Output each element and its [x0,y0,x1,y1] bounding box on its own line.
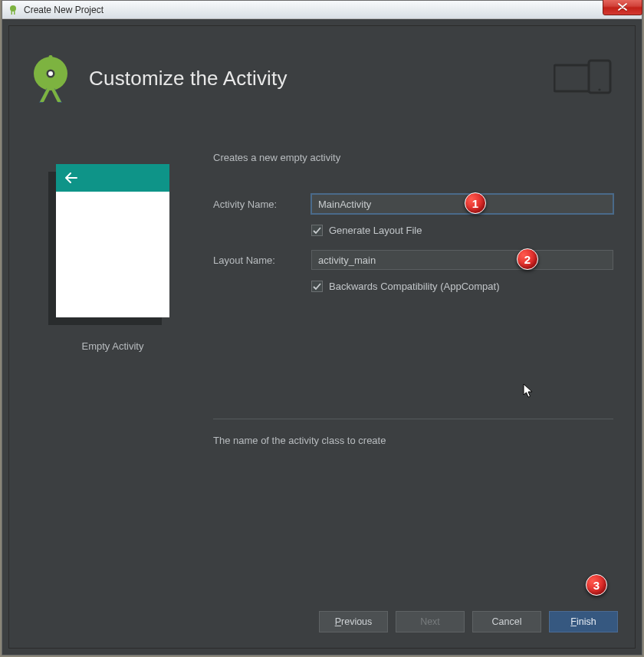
wizard-panel: Customize the Activity [8,25,636,649]
svg-point-9 [598,88,600,90]
back-arrow-icon [65,172,77,183]
close-icon [618,3,627,11]
field-hint: The name of the activity class to create [213,435,613,446]
checkmark-icon [313,283,321,291]
svg-rect-1 [12,11,13,15]
preview-column: Empty Activity [31,152,195,600]
activity-preview [56,164,169,317]
checkmark-icon [313,227,321,235]
backcompat-label: Backwards Compatibility (AppCompat) [329,281,500,292]
svg-rect-2 [14,11,15,15]
activity-name-row: Activity Name: 1 [213,194,613,214]
layout-name-row: Layout Name: 2 [213,250,613,270]
preview-label: Empty Activity [82,340,144,352]
previous-button[interactable]: Previous [319,611,388,632]
header-left: Customize the Activity [26,54,288,103]
layout-name-label: Layout Name: [213,255,311,266]
finish-button-rest: inish [577,616,596,627]
svg-rect-8 [589,61,610,93]
generate-layout-row: Generate Layout File [311,225,613,236]
titlebar: Create New Project [2,1,642,19]
activity-name-label: Activity Name: [213,199,311,210]
close-button[interactable] [603,0,642,15]
separator [213,419,613,419]
preview-appbar [56,164,169,192]
form-intro: Creates a new empty activity [213,152,613,163]
form-column: Creates a new empty activity Activity Na… [213,152,613,600]
devices-icon [554,59,613,97]
layout-name-input[interactable] [311,250,613,270]
svg-rect-6 [49,55,53,61]
wizard-content: Empty Activity Creates a new empty activ… [9,143,635,600]
previous-button-rest: revious [341,616,372,627]
android-studio-icon [7,4,19,16]
backcompat-row: Backwards Compatibility (AppCompat) [311,281,613,292]
next-button[interactable]: Next [396,611,465,632]
window-title: Create New Project [24,5,104,15]
android-studio-logo-icon [26,54,75,103]
generate-layout-label: Generate Layout File [329,225,422,236]
generate-layout-checkbox[interactable] [311,225,323,236]
dialog-window: Create New Project [2,0,642,655]
backcompat-checkbox[interactable] [311,281,323,292]
wizard-header: Customize the Activity [9,26,635,143]
cursor-icon [523,383,534,402]
cancel-button[interactable]: Cancel [472,611,541,632]
svg-point-0 [10,5,16,11]
wizard-heading: Customize the Activity [89,67,288,90]
activity-name-input[interactable] [311,194,613,214]
svg-point-5 [48,71,53,76]
finish-button[interactable]: Finish [549,611,618,632]
wizard-footer: Previous Next Cancel Finish 3 [9,600,635,648]
